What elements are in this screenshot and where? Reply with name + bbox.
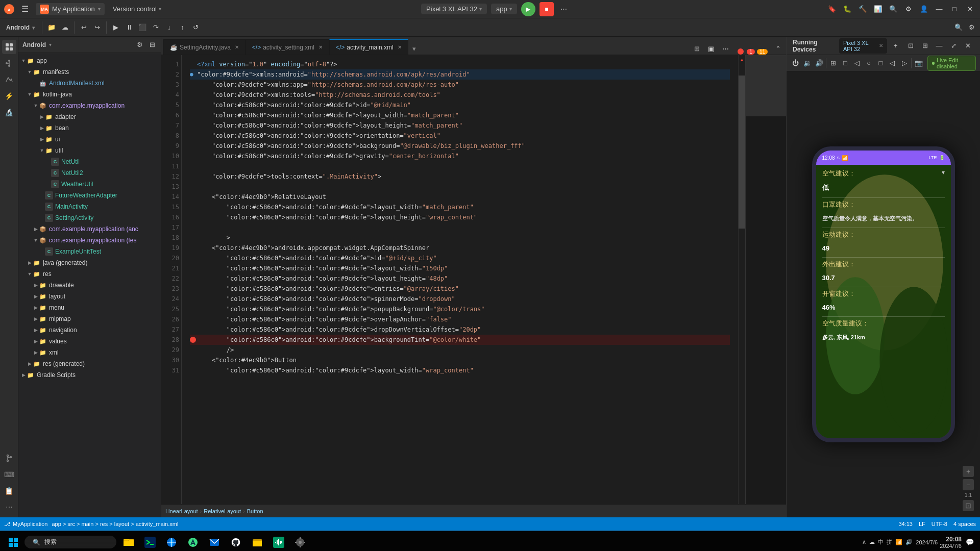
indent-status[interactable]: 4 spaces — [953, 521, 976, 527]
taskbar-github[interactable] — [226, 532, 246, 552]
rp-collapse[interactable]: — — [933, 40, 945, 52]
minimize-button[interactable]: — — [933, 3, 945, 15]
sidebar-logcat-icon[interactable]: 📋 — [2, 484, 16, 498]
debug-icon[interactable]: 🐛 — [841, 3, 853, 15]
line-ending-status[interactable]: LF — [919, 521, 925, 527]
tree-item[interactable]: CFutureWeatherAdapter — [18, 190, 161, 201]
rp-expand[interactable]: ⤢ — [947, 40, 960, 52]
editor-layout-icon[interactable]: ▣ — [705, 42, 717, 55]
taskbar-settings[interactable] — [290, 532, 310, 552]
taskbar-mail[interactable] — [204, 532, 225, 552]
device-tab[interactable]: Pixel 3 XL API 32 ✕ — [839, 38, 887, 54]
tree-item[interactable]: ▶📁Gradle Scripts — [18, 369, 161, 381]
tree-settings-icon[interactable]: ⚙ — [135, 40, 144, 49]
minimap[interactable] — [745, 55, 786, 504]
stop-button[interactable]: ■ — [540, 2, 554, 16]
device-selector[interactable]: Pixel 3 XL API 32 ▾ — [421, 4, 487, 14]
overview-icon[interactable]: □ — [876, 57, 886, 69]
hamburger-menu[interactable]: ☰ — [18, 3, 32, 15]
tree-item[interactable]: ▶📁navigation — [18, 324, 161, 336]
sound-icon[interactable]: 🔊 — [905, 539, 913, 545]
zoom-in-button[interactable]: + — [963, 466, 974, 477]
toolbar-step-over[interactable]: ↷ — [150, 21, 162, 34]
toolbar-stop[interactable]: ⬛ — [136, 21, 149, 34]
tab-close-icon-3[interactable]: ✕ — [398, 44, 402, 50]
network-icon[interactable]: 📶 — [895, 539, 902, 545]
taskbar-browser[interactable] — [161, 532, 182, 552]
git-status[interactable]: ⎇ MyApplication — [4, 521, 47, 528]
tree-item[interactable]: ▶📁values — [18, 336, 161, 347]
settings-icon[interactable]: ⚙ — [902, 3, 915, 15]
tree-item[interactable]: CExampleUnitTest — [18, 246, 161, 257]
tab-more-button[interactable]: ▾ — [408, 43, 420, 55]
rp-control-2[interactable]: ⊞ — [919, 40, 931, 52]
taskbar-android-studio[interactable] — [183, 532, 203, 552]
app-selector[interactable]: app ▾ — [491, 4, 517, 14]
tree-item[interactable]: ▶📁xml — [18, 347, 161, 358]
add-device-icon[interactable]: + — [891, 40, 900, 52]
breadcrumb-linearlayout[interactable]: LinearLayout — [165, 508, 198, 514]
rotate-icon[interactable]: ⊞ — [828, 57, 838, 69]
scroll-top-icon[interactable]: ⌃ — [772, 42, 784, 55]
account-icon[interactable]: 👤 — [918, 3, 930, 15]
code-area[interactable]: <?xml version="1.0" encoding="utf-8"?>●"… — [182, 55, 738, 504]
maximize-button[interactable]: □ — [948, 3, 961, 15]
run-button[interactable]: ▶ — [521, 2, 535, 16]
toolbar-settings[interactable]: ⚙ — [966, 21, 978, 34]
input-icon[interactable]: 中 — [878, 538, 884, 546]
tab-activity-main-xml[interactable]: </> activity_main.xml ✕ — [329, 39, 408, 55]
breadcrumb-relativelayout[interactable]: RelativeLayout — [204, 508, 241, 514]
tab-close-icon-2[interactable]: ✕ — [318, 44, 323, 50]
toolbar-run[interactable]: ▶ — [110, 21, 122, 34]
sidebar-git-icon[interactable] — [2, 451, 16, 465]
tree-item[interactable]: 🤖AndroidManifest.xml — [18, 78, 161, 89]
toolbar-icon-1[interactable]: 📁 — [45, 21, 58, 34]
breadcrumb-button[interactable]: Button — [247, 508, 263, 514]
tree-collapse-icon[interactable]: ⊟ — [148, 40, 157, 49]
rp-control-1[interactable]: ⊡ — [904, 40, 917, 52]
bookmark-icon[interactable]: 🔖 — [826, 3, 838, 15]
version-control-button[interactable]: Version control ▾ — [109, 4, 165, 14]
app-name-badge[interactable]: MA My Application ▾ — [36, 3, 105, 15]
taskbar-search-bar[interactable]: 🔍 搜索 — [24, 536, 116, 548]
tree-item[interactable]: ▼📁manifests — [18, 66, 161, 78]
tree-item[interactable]: CSettingActivity — [18, 212, 161, 223]
toolbar-search[interactable]: 🔍 — [952, 21, 965, 34]
close-button[interactable]: ✕ — [964, 3, 976, 15]
tree-item[interactable]: ▶📁drawable — [18, 280, 161, 291]
tree-item[interactable]: ▼📁util — [18, 145, 161, 156]
power-icon[interactable]: ⏻ — [791, 57, 800, 69]
tree-item[interactable]: CNetUtil2 — [18, 167, 161, 179]
tree-item[interactable]: ▶📁mipmap — [18, 313, 161, 324]
encoding-status[interactable]: UTF-8 — [932, 521, 947, 527]
vol-down-icon[interactable]: 🔉 — [802, 57, 812, 69]
tree-item[interactable]: ▶📦com.example.myapplication (anc — [18, 223, 161, 235]
tree-item[interactable]: ▼📦com.example.myapplication — [18, 100, 161, 111]
fold-icon[interactable]: ◁ — [888, 57, 897, 69]
tree-item[interactable]: ▼📁kotlin+java — [18, 89, 161, 100]
editor-split-icon[interactable]: ⊞ — [691, 42, 703, 55]
tree-item[interactable]: ▶📁menu — [18, 302, 161, 313]
tree-item[interactable]: ▶📁java (generated) — [18, 257, 161, 268]
taskbar-files[interactable] — [247, 532, 267, 552]
notification-button[interactable]: 💬 — [964, 536, 976, 548]
tree-item[interactable]: ▼📦com.example.myapplication (tes — [18, 235, 161, 246]
home-icon[interactable]: ○ — [864, 57, 874, 69]
back-icon[interactable]: ◁ — [852, 57, 862, 69]
snapshot-icon[interactable]: □ — [840, 57, 850, 69]
sidebar-terminal-icon[interactable]: ⌨ — [2, 467, 16, 482]
toolbar-step-into[interactable]: ↓ — [163, 21, 175, 34]
toolbar-icon-2[interactable]: ☁ — [59, 21, 71, 34]
taskbar-audio[interactable] — [268, 532, 289, 552]
device-tab-close[interactable]: ✕ — [879, 43, 883, 48]
sidebar-project-icon[interactable] — [2, 40, 16, 54]
tree-item[interactable]: ▶📁bean — [18, 122, 161, 134]
toolbar-refresh[interactable]: ↺ — [189, 21, 202, 34]
more-device-icon[interactable]: ▷ — [899, 57, 909, 69]
sidebar-build-icon[interactable] — [2, 72, 16, 87]
taskbar-explorer[interactable] — [118, 532, 139, 552]
tree-item[interactable]: ▶📁layout — [18, 291, 161, 302]
build-icon[interactable]: 🔨 — [856, 3, 869, 15]
tab-activity-setting-xml[interactable]: </> activity_setting.xml ✕ — [246, 39, 329, 55]
editor-more-icon[interactable]: ⋯ — [719, 42, 731, 55]
